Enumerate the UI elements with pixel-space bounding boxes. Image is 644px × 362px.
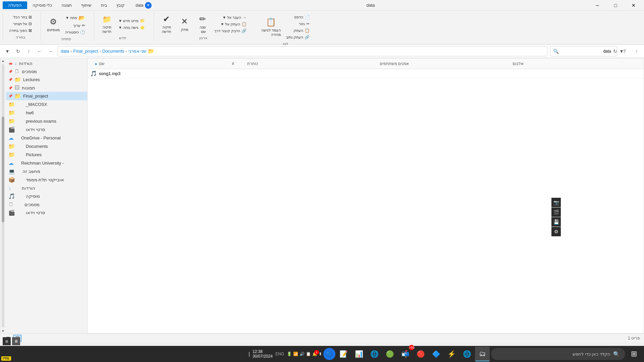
ribbon-expand[interactable]: ▼ [145,2,152,9]
sidebar-item-pictures2[interactable]: 📁 Pictures [6,150,87,159]
invert-select-btn[interactable]: ⊠ הפוך בחירה [7,27,34,34]
tab-home[interactable]: בית [97,2,111,9]
sidebar-item-reichman[interactable]: ☁ - Reichman University [6,159,87,167]
sidebar-item-3d[interactable]: 📦 אובייקטי תלת-מממד [6,176,87,184]
breadcrumb[interactable]: data › Final_project › Documents › שני א… [58,46,547,56]
col-header-num[interactable]: # [223,61,243,66]
sidebar-item-this-pc[interactable]: 💻 מחשב זה [6,167,87,176]
breadcrumb-data[interactable]: data [61,49,69,54]
sidebar-item-hw6[interactable]: 📁 hw6 [6,109,87,117]
search-expand-icon[interactable]: ▼ [619,49,624,54]
sidebar-item-documents3[interactable]: 🗒 מסמכים [6,200,87,208]
back-btn2[interactable]: ↑ [632,47,641,56]
refresh-search-icon[interactable]: ↻ [613,49,617,54]
easy-access-btn[interactable]: ⭐ גישה נוחה ▼ [116,24,147,31]
scroll-thumb[interactable] [2,117,4,222]
shortcut-btn[interactable]: 🔗 הדבק קיצור דרך [212,28,249,34]
new-folder-btn2[interactable]: ✔ תיקיהחדשה [158,14,175,34]
select-none-btn[interactable]: ⊟ אל תבחר [7,21,34,27]
sidebar-item-music[interactable]: 🎵 מוסיקה [6,192,87,200]
wifi-icon[interactable]: 📶 [293,352,298,356]
properties-btn[interactable]: ⚙ מאפיינים [45,15,62,35]
taskbar-edge[interactable]: 🌐 [460,347,474,361]
floating-settings-btn[interactable]: ⚙ [551,227,561,236]
sidebar-item-lectures[interactable]: 📌 📁 Lectures [6,75,87,84]
tab-music-tools[interactable]: כלי מוסיקה [29,2,56,9]
sidebar-item-downloads[interactable]: 📌 ↓ הורדות [6,59,87,67]
search-bar[interactable]: 🔍 ↻ ▼ [550,46,617,56]
clipboard-icon[interactable]: 📋 [306,352,311,356]
col-header-artists[interactable]: אמנים משתתפים [376,61,508,66]
close-button[interactable]: ✕ [626,0,641,11]
back-btn[interactable]: ← [35,47,44,56]
scroll-down-btn[interactable]: ▼ [1,328,5,334]
paste-btn[interactable]: 📋 הצמד לגישהמהירה [259,17,283,37]
breadcrumb-documents[interactable]: Documents [102,49,124,54]
taskbar-search[interactable]: 🔍 הקלד כאן כדי לחפש [491,348,625,360]
breadcrumb-root[interactable]: שני אמרגי [128,49,147,54]
taskbar-teams[interactable]: 🔷 [429,347,443,361]
taskbar-chrome[interactable]: 🌐 [367,347,382,361]
delete-btn[interactable]: ✕ מחק [176,14,193,34]
sidebar-item-pictures[interactable]: 📌 🖼 תמונות [6,84,87,92]
paste2-btn[interactable]: 📋 העתק [284,27,312,34]
copy-path-btn[interactable]: 🔗 העתק נתיב [284,34,312,40]
copy-btn[interactable]: 📄 הדפס [284,14,312,20]
active-tab[interactable]: הפעלה [3,1,27,9]
sidebar-item-macosx[interactable]: 📁 MACOSX_ [6,100,87,109]
taskbar-notifications[interactable]: 📬 99+ [398,347,413,361]
edit-btn[interactable]: ✏ ערוך [63,22,87,28]
floating-save-btn[interactable]: 💾 [551,217,561,227]
sidebar-item-videos2[interactable]: 🎬 סרטי וידאו [6,208,87,217]
sidebar-item-previous-exams[interactable]: 📁 previous exams [6,117,87,125]
sidebar-item-final-project[interactable]: 📌 📁 Final_project [6,92,87,100]
volume-icon[interactable]: 🔊 [300,352,305,356]
select-all-btn[interactable]: ⊞ בחר הכל [7,14,34,20]
sidebar-item-downloads2[interactable]: ↓ הורדות [6,184,87,192]
taskbar-file-explorer[interactable]: 🗂 [475,347,490,361]
minimize-button[interactable]: ─ [590,0,605,11]
breadcrumb-final-project[interactable]: Final_project [73,49,98,54]
search-input[interactable] [561,49,611,54]
move-to-btn[interactable]: → העבר אל ▼ [212,14,249,20]
chevron-up-icon[interactable]: ⬆ [319,352,322,356]
floating-camera-btn[interactable]: 📷 [551,198,561,207]
taskbar-powershell[interactable]: ⚡ [444,347,459,361]
col-header-name[interactable]: שם ▲ [90,61,223,66]
copy-to-btn[interactable]: 📋 העתק אל ▼ [212,21,249,27]
maximize-button[interactable]: □ [608,0,623,11]
taskbar-arduino[interactable]: 🔴 [413,347,428,361]
lang-indicator[interactable]: ENG [275,352,284,356]
refresh-btn[interactable]: ↻ [13,47,23,56]
tab-view[interactable]: תצוגה [57,2,76,9]
new-item-btn[interactable]: 📁 פריט חדש ▼ [116,18,147,24]
start-button[interactable]: ⊞ [627,347,641,361]
col-header-album[interactable]: אלבום [508,61,641,66]
desktop-icon-btn[interactable]: 🖥 [12,337,20,345]
history-btn[interactable]: 🕐 היסטוריה [63,29,87,35]
file-row-song1[interactable]: song1.mp3 🎵 [88,69,644,78]
new-folder-btn[interactable]: 📁 תיקיהחדשה [98,14,115,34]
taskbar-vscode[interactable]: 🟢 [382,347,397,361]
taskbar-app-blue[interactable]: 🔵 [323,348,335,360]
cut-btn[interactable]: ✂ גזור [284,21,312,27]
up-btn[interactable]: ↑ [24,47,34,56]
col-header-title[interactable]: כותרת [243,61,376,66]
notification-icon[interactable]: 🔔 1 [312,352,317,356]
floating-video-btn[interactable]: 🎬 [551,207,561,217]
sidebar-item-documents2[interactable]: 📁 Documents [6,142,87,150]
taskbar-taskmanager[interactable]: 📊 [352,347,366,361]
grid-view-small-btn[interactable]: ⊞ [3,337,11,345]
tab-file[interactable]: קובץ [112,2,129,9]
forward-btn[interactable]: → [46,47,55,56]
sidebar-item-videos[interactable]: 🎬 סרטי וידאו [6,125,87,134]
rename-btn[interactable]: ✏ שנהשם [194,14,211,34]
open-btn[interactable]: 📂 פתח ▼ [63,14,87,22]
dropdown-btn[interactable]: ▼ [3,47,12,56]
tab-share[interactable]: שיתוף [77,2,96,9]
battery-icon[interactable]: 🔋 [287,352,292,356]
show-desktop-btn[interactable]: | [249,351,250,357]
scroll-up-btn[interactable]: ▲ [1,58,5,63]
taskbar-clock[interactable]: 12:38 30/07/2024 [253,349,273,359]
taskbar-notes[interactable]: 📝 [336,347,351,361]
